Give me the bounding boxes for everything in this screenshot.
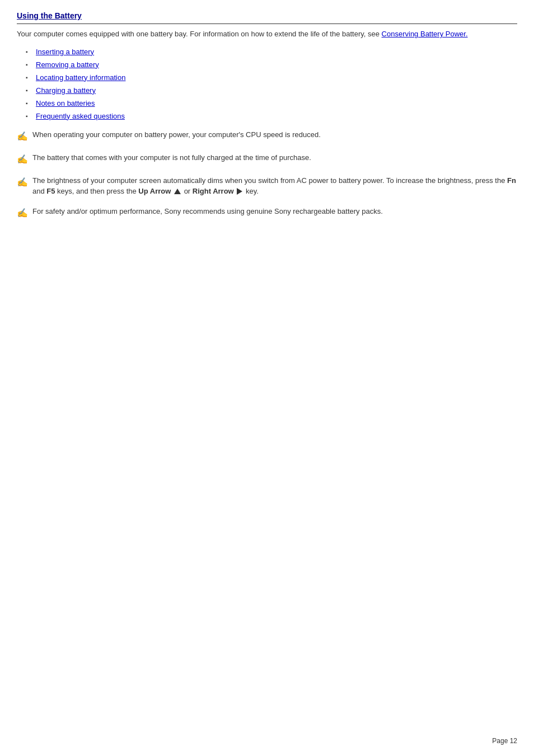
up-arrow-icon xyxy=(174,189,181,194)
note-1: ✍ When operating your computer on batter… xyxy=(17,129,517,143)
locating-battery-link[interactable]: Locating battery information xyxy=(36,73,125,82)
inserting-battery-link[interactable]: Inserting a battery xyxy=(36,48,94,56)
intro-text: Your computer comes equipped with one ba… xyxy=(17,30,382,38)
note3-text-before: The brightness of your computer screen a… xyxy=(32,176,507,185)
page-title: Using the Battery xyxy=(17,11,517,24)
note-3: ✍ The brightness of your computer screen… xyxy=(17,175,517,197)
note-icon-4: ✍ xyxy=(17,206,28,220)
list-item: Inserting a battery xyxy=(28,48,517,56)
note3-text-mid3: or xyxy=(184,187,193,195)
notes-on-batteries-link[interactable]: Notes on batteries xyxy=(36,99,95,107)
right-arrow-label: Right Arrow xyxy=(193,187,234,195)
note-icon-1: ✍ xyxy=(17,130,28,143)
topic-list: Inserting a battery Removing a battery L… xyxy=(28,48,517,120)
note-text-2: The battery that comes with your compute… xyxy=(32,152,311,163)
note3-text-mid1: and xyxy=(32,187,46,195)
note3-text-mid2: keys, and then press the xyxy=(55,187,138,195)
faq-link[interactable]: Frequently asked questions xyxy=(36,112,125,120)
list-item: Removing a battery xyxy=(28,60,517,69)
note-icon-3: ✍ xyxy=(17,176,28,189)
page-number: Page 12 xyxy=(492,737,517,745)
charging-battery-link[interactable]: Charging a battery xyxy=(36,86,96,95)
f5-key: F5 xyxy=(46,187,55,195)
fn-key: Fn xyxy=(507,176,516,185)
list-item: Charging a battery xyxy=(28,86,517,95)
note-icon-2: ✍ xyxy=(17,153,28,166)
note-text-1: When operating your computer on battery … xyxy=(32,129,321,140)
removing-battery-link[interactable]: Removing a battery xyxy=(36,60,99,69)
list-item: Frequently asked questions xyxy=(28,112,517,120)
list-item: Notes on batteries xyxy=(28,99,517,107)
list-item: Locating battery information xyxy=(28,73,517,82)
note-text-3: The brightness of your computer screen a… xyxy=(32,175,517,197)
note3-text-end: key. xyxy=(243,187,259,195)
up-arrow-label: Up Arrow xyxy=(138,187,171,195)
note-text-4: For safety and/or optimum performance, S… xyxy=(32,206,383,217)
conserving-battery-link[interactable]: Conserving Battery Power. xyxy=(382,30,468,38)
intro-paragraph: Your computer comes equipped with one ba… xyxy=(17,29,517,40)
right-arrow-icon xyxy=(237,188,242,195)
note-4: ✍ For safety and/or optimum performance,… xyxy=(17,206,517,220)
note-2: ✍ The battery that comes with your compu… xyxy=(17,152,517,166)
